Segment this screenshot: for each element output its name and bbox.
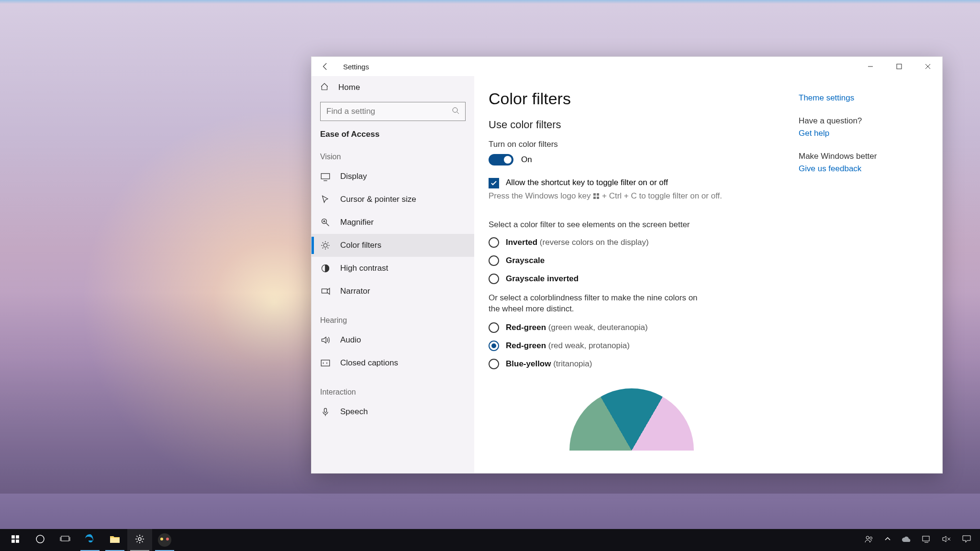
home-label: Home bbox=[338, 83, 360, 92]
nav-magnifier[interactable]: Magnifier bbox=[312, 211, 474, 234]
svg-rect-0 bbox=[897, 64, 902, 69]
people-icon[interactable] bbox=[864, 534, 874, 546]
cortana-button[interactable] bbox=[28, 529, 53, 551]
select-label: Select a color filter to see elements on… bbox=[489, 220, 775, 230]
svg-point-1 bbox=[453, 108, 457, 112]
cursor-icon bbox=[320, 194, 331, 205]
circle-icon bbox=[35, 534, 45, 546]
brightness-icon bbox=[320, 240, 331, 251]
network-icon[interactable] bbox=[922, 535, 931, 545]
maximize-button[interactable] bbox=[885, 57, 913, 76]
page-title: Color filters bbox=[489, 89, 775, 108]
nav-audio[interactable]: Audio bbox=[312, 329, 474, 352]
nav-narrator[interactable]: Narrator bbox=[312, 280, 474, 303]
paint-button[interactable] bbox=[152, 529, 177, 551]
mic-icon bbox=[320, 407, 331, 417]
svg-rect-15 bbox=[11, 540, 15, 543]
search-icon bbox=[452, 107, 459, 116]
task-view-icon bbox=[60, 535, 70, 545]
get-help-link[interactable]: Get help bbox=[799, 129, 923, 138]
feedback-link[interactable]: Give us feedback bbox=[799, 164, 923, 174]
contrast-icon bbox=[320, 263, 331, 274]
svg-point-17 bbox=[36, 535, 44, 543]
svg-rect-18 bbox=[61, 536, 69, 541]
svg-point-19 bbox=[138, 538, 141, 540]
svg-rect-9 bbox=[593, 193, 596, 196]
captions-icon bbox=[320, 358, 331, 368]
close-button[interactable] bbox=[913, 57, 942, 76]
shortcut-label: Allow the shortcut key to toggle filter … bbox=[506, 178, 668, 187]
nav-label: Cursor & pointer size bbox=[340, 195, 416, 204]
settings-taskbar-button[interactable] bbox=[127, 529, 152, 551]
display-icon bbox=[320, 171, 331, 182]
main-pane: Color filters Use color filters Turn on … bbox=[489, 89, 775, 473]
svg-rect-13 bbox=[11, 535, 15, 539]
narrator-icon bbox=[320, 286, 331, 297]
home-button[interactable]: Home bbox=[312, 76, 474, 99]
color-filters-toggle[interactable] bbox=[489, 154, 513, 165]
group-interaction: Interaction bbox=[312, 375, 474, 400]
svg-rect-16 bbox=[16, 540, 19, 543]
radio-tritanopia[interactable]: Blue-yellow (tritanopia) bbox=[489, 359, 775, 369]
search-input[interactable] bbox=[326, 107, 452, 116]
paint-icon bbox=[158, 533, 171, 547]
start-button[interactable] bbox=[3, 529, 28, 551]
color-wheel-preview bbox=[569, 388, 694, 451]
nav-label: Color filters bbox=[340, 241, 381, 250]
task-view-button[interactable] bbox=[53, 529, 78, 551]
nav-cursor[interactable]: Cursor & pointer size bbox=[312, 188, 474, 211]
sidebar: Home Ease of Access Vision Display Curso… bbox=[312, 76, 474, 473]
nav-closed-captions[interactable]: Closed captions bbox=[312, 352, 474, 375]
svg-rect-2 bbox=[321, 174, 330, 179]
action-center-icon[interactable] bbox=[962, 535, 971, 545]
back-button[interactable] bbox=[320, 61, 331, 72]
svg-point-21 bbox=[870, 537, 872, 540]
nav-high-contrast[interactable]: High contrast bbox=[312, 257, 474, 280]
nav-speech[interactable]: Speech bbox=[312, 400, 474, 423]
magnifier-icon bbox=[320, 217, 331, 228]
toggle-label: Turn on color filters bbox=[489, 140, 775, 149]
colorblind-intro: Or select a colorblindness filter to mak… bbox=[489, 293, 704, 315]
file-explorer-button[interactable] bbox=[102, 529, 127, 551]
radio-protanopia[interactable]: Red-green (red weak, protanopia) bbox=[489, 341, 775, 351]
onedrive-icon[interactable] bbox=[902, 536, 911, 544]
aside-pane: Theme settings Have a question? Get help… bbox=[799, 89, 923, 473]
svg-rect-14 bbox=[16, 535, 19, 539]
shortcut-checkbox[interactable] bbox=[489, 178, 499, 188]
nav-label: High contrast bbox=[340, 264, 388, 273]
taskbar bbox=[0, 529, 980, 551]
svg-rect-11 bbox=[593, 197, 596, 199]
system-tray bbox=[864, 534, 977, 546]
radio-grayscale[interactable]: Grayscale bbox=[489, 255, 775, 266]
svg-point-20 bbox=[866, 536, 869, 539]
nav-label: Narrator bbox=[340, 287, 370, 296]
chevron-up-icon[interactable] bbox=[884, 536, 891, 544]
svg-point-4 bbox=[323, 243, 327, 247]
nav-label: Audio bbox=[340, 335, 361, 345]
group-hearing: Hearing bbox=[312, 303, 474, 329]
svg-rect-12 bbox=[597, 197, 599, 199]
shortcut-hint: Press the Windows logo key + Ctrl + C to… bbox=[489, 191, 775, 201]
edge-button[interactable] bbox=[78, 529, 102, 551]
minimize-button[interactable] bbox=[856, 57, 885, 76]
edge-icon bbox=[84, 533, 96, 547]
audio-icon bbox=[320, 335, 331, 345]
radio-grayscale-inverted[interactable]: Grayscale inverted bbox=[489, 274, 775, 284]
home-icon bbox=[320, 82, 329, 93]
theme-settings-link[interactable]: Theme settings bbox=[799, 93, 923, 103]
title-bar: Settings bbox=[312, 57, 942, 76]
settings-window: Settings Home Ease of Access Vision Disp… bbox=[311, 56, 943, 474]
nav-label: Speech bbox=[340, 407, 368, 417]
svg-rect-22 bbox=[923, 536, 929, 541]
radio-inverted[interactable]: Inverted (reverse colors on the display) bbox=[489, 237, 775, 248]
category-label: Ease of Access bbox=[312, 130, 474, 139]
volume-muted-icon[interactable] bbox=[942, 535, 951, 545]
group-vision: Vision bbox=[312, 139, 474, 165]
svg-rect-6 bbox=[322, 289, 327, 293]
nav-display[interactable]: Display bbox=[312, 165, 474, 188]
nav-color-filters[interactable]: Color filters bbox=[312, 234, 474, 257]
radio-deuteranopia[interactable]: Red-green (green weak, deuteranopia) bbox=[489, 322, 775, 333]
svg-rect-8 bbox=[324, 408, 327, 413]
question-label: Have a question? bbox=[799, 116, 923, 126]
search-box[interactable] bbox=[320, 102, 466, 121]
